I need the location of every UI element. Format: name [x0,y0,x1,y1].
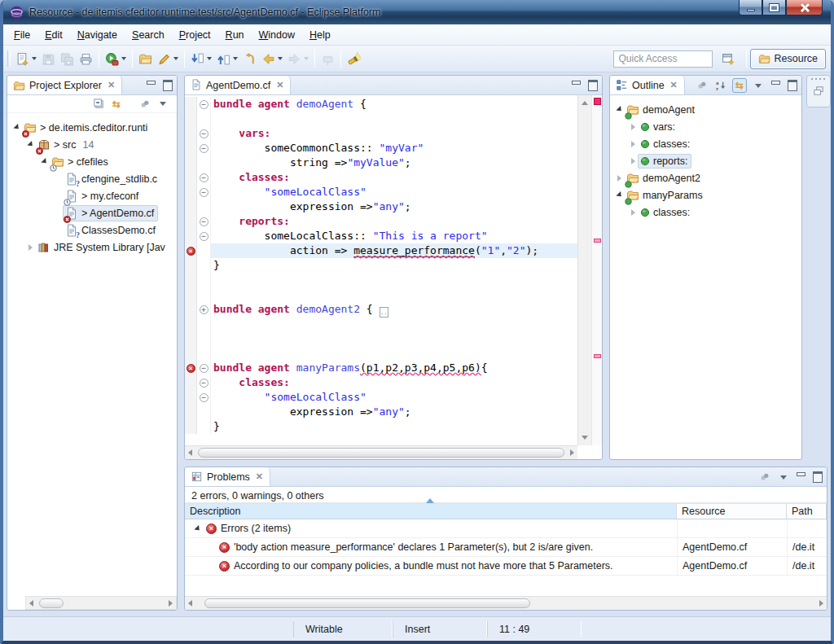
expanded-arrow-icon[interactable] [193,527,202,531]
fold-collapse-icon[interactable]: − [200,173,208,182]
save-button[interactable] [40,49,57,68]
filters-button[interactable] [757,470,772,484]
outline-item[interactable]: manyParams [610,186,801,204]
collapsed-arrow-icon[interactable] [629,209,638,216]
code-line[interactable]: − classes: [185,375,577,390]
last-edit-location-button[interactable] [241,49,258,68]
problems-hscrollbar[interactable] [185,596,827,610]
maximize-view-button[interactable] [787,80,797,89]
code-line[interactable] [185,112,577,126]
fold-expand-icon[interactable]: + [200,305,208,314]
menu-run[interactable]: Run [218,27,252,43]
collapsed-arrow-icon[interactable] [629,124,638,130]
link-with-editor-button[interactable]: ⇆ [732,78,747,93]
column-header-description[interactable]: Description [185,504,677,519]
code-line[interactable] [185,346,577,361]
run-external-tools-button[interactable] [103,49,128,68]
tab-project-explorer[interactable]: Project Explorer ✕ [7,76,122,94]
menu-help[interactable]: Help [302,27,338,43]
expanded-arrow-icon[interactable] [40,160,49,164]
code-line[interactable]: string =>"myValue"; [185,156,577,170]
title-bar[interactable]: Resource - de.itemis.cfeditor.runtime.te… [0,0,834,24]
pin-button[interactable] [319,49,336,68]
outline-item[interactable]: demoAgent [610,101,801,118]
menu-navigate[interactable]: Navigate [70,27,125,43]
fold-collapse-icon[interactable]: − [200,393,208,402]
maximize-view-button[interactable] [162,80,172,89]
view-menu-button[interactable] [156,97,170,112]
dropdown-caret-icon[interactable] [207,57,212,60]
view-menu-button[interactable] [751,78,766,93]
open-perspective-button[interactable] [720,49,737,68]
code-line[interactable]: expression =>"any"; [185,405,577,419]
editor-hscrollbar[interactable] [185,445,577,459]
project-explorer-item[interactable]: > my.cfeconf [7,187,177,204]
error-icon[interactable] [187,247,195,256]
code-line[interactable] [185,287,577,302]
error-icon[interactable] [187,364,195,373]
dropdown-caret-icon[interactable] [233,57,238,60]
menu-edit[interactable]: Edit [37,27,70,43]
outline-item[interactable]: demoAgent2 [610,169,801,186]
fold-collapse-icon[interactable]: − [200,364,208,373]
code-line[interactable]: − "someLocalClass" [185,185,577,199]
tab-agentdemo-cf[interactable]: AgentDemo.cf ✕ [185,76,291,94]
menu-search[interactable]: Search [125,27,172,43]
toolbar-drag-handle[interactable] [7,50,11,67]
scroll-left-icon[interactable] [188,600,192,607]
forward-button[interactable] [286,49,310,68]
project-explorer-item[interactable]: ?ClassesDemo.cf [7,221,177,239]
code-line[interactable]: − "someLocalClass" [185,390,577,405]
problems-group-row[interactable]: Errors (2 items) [185,519,827,538]
drag-handle-icon[interactable] [811,78,826,80]
editor-vscrollbar[interactable] [577,95,591,445]
project-explorer-item[interactable]: JRE System Library [Jav [7,239,177,256]
resource-perspective-button[interactable]: Resource [750,49,827,69]
collapse-all-button[interactable] [91,97,106,112]
project-explorer-hscrollbar[interactable] [25,596,177,610]
dropdown-caret-icon[interactable] [173,57,178,60]
dropdown-caret-icon[interactable] [304,57,309,60]
view-menu-button[interactable] [776,470,791,484]
focus-button[interactable] [695,78,709,93]
outline-item[interactable]: vars: [610,118,801,135]
close-view-icon[interactable]: ✕ [108,80,115,90]
next-annotation-button[interactable] [189,49,213,68]
fold-collapse-icon[interactable]: − [200,188,208,197]
column-header-resource[interactable]: Resource [677,504,787,519]
quick-access-input[interactable] [613,50,713,68]
code-line[interactable]: −bundle agent manyParams(p1,p2,p3,p4,p5,… [185,361,577,375]
menu-window[interactable]: Window [252,27,302,43]
search-flashlight-button[interactable] [345,49,362,68]
expanded-arrow-icon[interactable] [615,193,624,197]
error-marker[interactable] [594,239,601,243]
outline-item[interactable]: classes: [610,135,801,152]
code-line[interactable]: − someLocalClass:: "This is a report" [185,229,577,243]
back-button[interactable] [260,49,284,68]
fold-collapse-icon[interactable]: − [200,232,208,241]
maximize-view-button[interactable] [812,471,822,480]
code-line[interactable]: − classes: [185,170,577,185]
fold-collapse-icon[interactable]: − [200,217,208,226]
tab-problems[interactable]: Problems ✕ [185,467,270,486]
scroll-right-icon[interactable] [819,600,823,607]
scroll-up-icon[interactable] [582,101,588,105]
collapsed-arrow-icon[interactable] [629,141,638,147]
project-explorer-item[interactable]: ?cfengine_stdlib.c [7,170,177,187]
code-line[interactable]: expression =>"any"; [185,199,577,214]
close-view-icon[interactable]: ✕ [256,471,263,482]
fold-collapse-icon[interactable]: − [200,144,208,153]
minimize-view-button[interactable] [796,471,805,480]
save-all-button[interactable] [59,49,76,68]
open-folder-button[interactable] [137,49,154,68]
collapsed-arrow-icon[interactable] [26,244,35,251]
minimize-button[interactable] [739,0,762,15]
code-line[interactable] [185,317,577,331]
collapsed-arrow-icon[interactable] [629,158,638,164]
expanded-arrow-icon[interactable] [12,125,21,129]
project-explorer-item[interactable]: > src14 [7,136,177,153]
scroll-right-icon[interactable] [570,449,574,456]
focus-on-active-task-button[interactable] [138,97,152,112]
maximize-button[interactable] [762,0,786,15]
dropdown-caret-icon[interactable] [121,57,126,60]
